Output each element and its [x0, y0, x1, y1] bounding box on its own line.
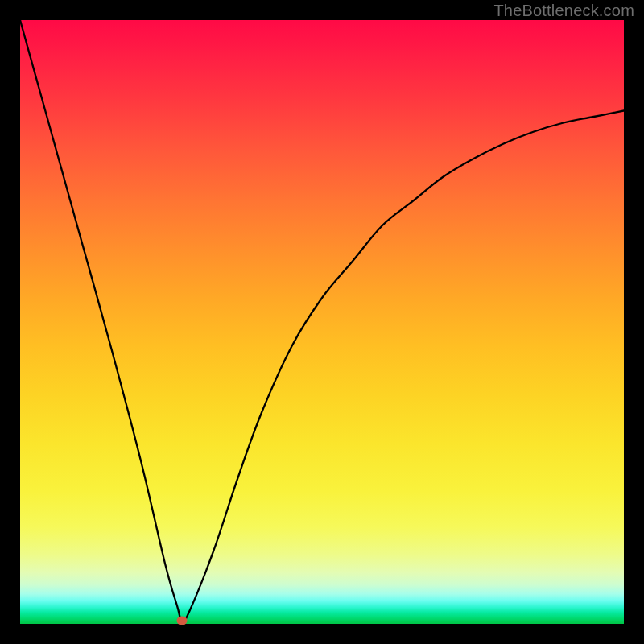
optimal-point-marker	[177, 617, 188, 625]
plot-area	[20, 20, 624, 624]
bottleneck-curve	[20, 20, 624, 621]
watermark-text: TheBottleneck.com	[493, 2, 634, 20]
chart-frame: TheBottleneck.com	[0, 0, 644, 644]
curve-layer	[20, 20, 624, 624]
